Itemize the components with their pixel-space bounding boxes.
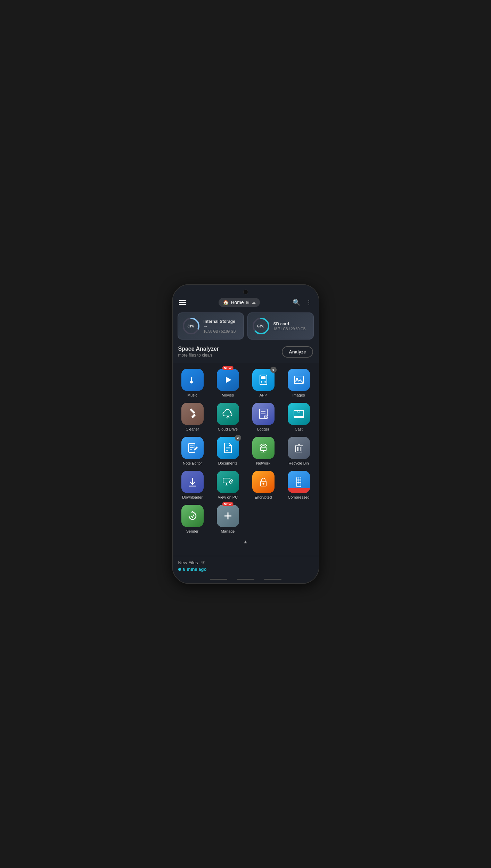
svg-rect-21 xyxy=(189,443,195,452)
internal-storage-size: 16.58 GB / 52.89 GB xyxy=(204,329,239,333)
storage-row: 31% Internal Storage → 16.58 GB / 52.89 … xyxy=(173,310,319,343)
app-item-images[interactable]: Images xyxy=(283,369,315,397)
app-label-movies: Movies xyxy=(222,393,234,397)
app-label-cast: Cast xyxy=(295,427,303,431)
app-label-sender: Sender xyxy=(186,529,198,533)
internal-storage-info: Internal Storage → 16.58 GB / 52.89 GB xyxy=(204,319,239,333)
sdcard-storage-progress: 63% xyxy=(252,317,270,335)
app-label-music: Music xyxy=(187,393,197,397)
breadcrumb-label: Home xyxy=(231,300,244,305)
badge-new-manage: NEW xyxy=(222,502,234,506)
app-item-recyclebin[interactable]: Recycle Bin xyxy=(283,437,315,465)
app-icon-images xyxy=(288,369,310,391)
svg-rect-9 xyxy=(294,376,303,384)
app-label-recyclebin: Recycle Bin xyxy=(288,461,309,465)
app-icon-recyclebin xyxy=(288,437,310,459)
app-item-encrypted[interactable]: Encrypted xyxy=(247,471,280,499)
hamburger-menu-button[interactable] xyxy=(179,300,186,305)
svg-rect-8 xyxy=(261,376,265,379)
status-dot xyxy=(178,568,181,571)
space-analyzer-subtitle: more files to clean xyxy=(178,353,219,358)
app-item-sender[interactable]: Sender xyxy=(176,505,209,533)
sdcard-storage-size: 18.71 GB / 29.80 GB xyxy=(273,327,306,331)
bottom-nav xyxy=(173,577,319,583)
app-label-compressed: Compressed xyxy=(288,495,309,499)
app-icon-compressed xyxy=(288,471,310,493)
app-item-downloader[interactable]: Downloader xyxy=(176,471,209,499)
svg-rect-39 xyxy=(223,478,230,483)
eye-icon[interactable]: 👁 xyxy=(201,560,206,565)
app-icon-encrypted xyxy=(252,471,275,493)
svg-point-18 xyxy=(266,417,266,417)
app-item-clouddrive[interactable]: Cloud Drive xyxy=(212,403,244,431)
space-analyzer-section: Space Analyzer more files to clean Analy… xyxy=(173,343,319,363)
cloud-icon: ☁ xyxy=(252,300,256,305)
up-arrow-icon[interactable]: ▲ xyxy=(243,539,248,544)
nav-back-indicator[interactable] xyxy=(210,579,227,580)
app-item-noteeditor[interactable]: Note Editor xyxy=(176,437,209,465)
app-item-app[interactable]: 5APP xyxy=(247,369,280,397)
app-label-app: APP xyxy=(259,393,267,397)
app-icon-cast xyxy=(288,403,310,425)
badge-app: 5 xyxy=(270,367,277,373)
app-label-network: Network xyxy=(256,461,270,465)
internal-storage-card[interactable]: 31% Internal Storage → 16.58 GB / 52.89 … xyxy=(178,312,244,340)
app-item-compressed[interactable]: Compressed xyxy=(283,471,315,499)
app-item-viewonpc[interactable]: View on PC xyxy=(212,471,244,499)
breadcrumb[interactable]: 🏠 Home ⊞ ☁ xyxy=(219,298,260,307)
app-item-logger[interactable]: Logger xyxy=(247,403,280,431)
app-item-cast[interactable]: Cast xyxy=(283,403,315,431)
sdcard-storage-info: SD card → 18.71 GB / 29.80 GB xyxy=(273,322,306,331)
app-item-documents[interactable]: 2Documents xyxy=(212,437,244,465)
app-icon-noteeditor xyxy=(181,437,204,459)
app-item-cleaner[interactable]: Cleaner xyxy=(176,403,209,431)
app-icon-logger xyxy=(252,403,275,425)
svg-point-7 xyxy=(264,381,266,383)
app-label-clouddrive: Cloud Drive xyxy=(218,427,238,431)
app-grid-container: MusicNEWMovies5APPImagesCleanerCloud Dri… xyxy=(173,363,319,556)
svg-marker-4 xyxy=(226,377,231,383)
app-icon-music xyxy=(181,369,204,391)
up-arrow-section: ▲ xyxy=(176,537,315,545)
app-label-documents: Documents xyxy=(218,461,238,465)
space-analyzer-title: Space Analyzer xyxy=(178,346,219,352)
app-item-manage[interactable]: NEWManage xyxy=(212,505,244,533)
phone-device: 🏠 Home ⊞ ☁ 🔍 ⋮ 31% xyxy=(173,285,319,583)
app-item-movies[interactable]: NEWMovies xyxy=(212,369,244,397)
internal-storage-progress: 31% xyxy=(182,317,200,335)
app-label-cleaner: Cleaner xyxy=(186,427,199,431)
app-grid: MusicNEWMovies5APPImagesCleanerCloud Dri… xyxy=(176,369,315,537)
more-options-button[interactable]: ⋮ xyxy=(306,299,312,306)
sdcard-storage-card[interactable]: 63% SD card → 18.71 GB / 29.80 GB xyxy=(247,312,314,340)
nav-recent-indicator[interactable] xyxy=(264,579,281,580)
top-right-icons: 🔍 ⋮ xyxy=(293,299,312,306)
search-button[interactable]: 🔍 xyxy=(293,299,300,306)
svg-point-6 xyxy=(261,381,262,383)
camera-notch xyxy=(243,290,248,294)
app-icon-viewonpc xyxy=(217,471,239,493)
analyze-button[interactable]: Analyze xyxy=(282,346,313,358)
app-label-noteeditor: Note Editor xyxy=(183,461,202,465)
app-icon-network xyxy=(252,437,275,459)
space-analyzer-text: Space Analyzer more files to clean xyxy=(178,346,219,358)
app-item-music[interactable]: Music xyxy=(176,369,209,397)
timestamp-row: 8 mins ago xyxy=(178,567,313,572)
app-label-manage: Manage xyxy=(221,529,235,533)
internal-storage-label: Internal Storage → xyxy=(204,319,239,329)
home-icon: 🏠 xyxy=(223,300,229,305)
svg-point-43 xyxy=(262,483,264,485)
app-item-network[interactable]: Network xyxy=(247,437,280,465)
sdcard-storage-label: SD card → xyxy=(273,322,306,326)
badge-new-movies: NEW xyxy=(222,366,234,370)
new-files-row: New Files 👁 xyxy=(178,560,313,565)
phone-screen: 🏠 Home ⊞ ☁ 🔍 ⋮ 31% xyxy=(173,285,319,583)
app-icon-documents: 2 xyxy=(217,437,239,459)
app-label-viewonpc: View on PC xyxy=(218,495,238,499)
app-icon-movies: NEW xyxy=(217,369,239,391)
svg-rect-28 xyxy=(261,447,266,451)
svg-rect-19 xyxy=(294,410,304,417)
nav-home-indicator[interactable] xyxy=(237,579,254,580)
bottom-section: New Files 👁 8 mins ago xyxy=(173,556,319,577)
app-label-encrypted: Encrypted xyxy=(255,495,272,499)
app-icon-clouddrive xyxy=(217,403,239,425)
